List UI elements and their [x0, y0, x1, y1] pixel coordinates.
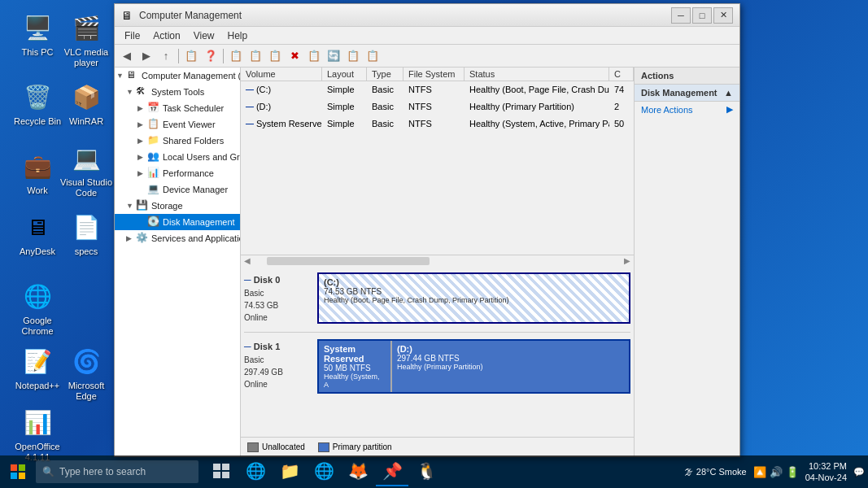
disk-legend: Unallocated Primary partition: [241, 437, 634, 456]
battery-icon[interactable]: 🔋: [786, 466, 799, 478]
table-row[interactable]: ─ (C:) Simple Basic NTFS Healthy (Boot, …: [241, 81, 634, 98]
actions-section-arrow: ▲: [724, 88, 733, 98]
disk1-bar[interactable]: System Reserved 50 MB NTFS Healthy (Syst…: [317, 339, 630, 394]
sidebar-item-device-manager[interactable]: 💻 Device Manager: [115, 181, 240, 198]
taskbar-clock[interactable]: 10:32 PM 04-Nov-24: [805, 460, 847, 484]
desktop-icon-winrar[interactable]: 📦 WinRAR: [57, 77, 116, 130]
hscroll-thumb[interactable]: [267, 257, 430, 265]
task-scheduler-label: Task Scheduler: [163, 103, 224, 113]
minimize-button[interactable]: ─: [671, 7, 691, 24]
system-tools-icon: 🛠: [136, 85, 149, 98]
desktop-icon-notepad[interactable]: 📝 Notepad++: [8, 342, 67, 394]
toolbar-view2[interactable]: 📋: [246, 47, 264, 65]
notepad-icon: 📝: [21, 345, 54, 377]
taskbar-app-task-view[interactable]: [205, 457, 238, 486]
toolbar-export[interactable]: 📋: [344, 47, 362, 65]
toolbar-options[interactable]: 📋: [364, 47, 382, 65]
storage-expand-icon: ▼: [126, 202, 136, 210]
svg-rect-0: [11, 464, 17, 471]
toolbar-show-hide[interactable]: 📋: [182, 47, 200, 65]
toolbar-up[interactable]: ↑: [157, 47, 175, 65]
menu-help[interactable]: Help: [221, 28, 255, 43]
disk0-entry: ─ Disk 0 Basic 74.53 GB Online (C:) 74.5…: [244, 272, 630, 324]
search-placeholder: Type here to search: [59, 466, 146, 477]
table-area: Volume Layout Type File System Status C …: [241, 68, 634, 456]
taskbar-app-files[interactable]: 📁: [273, 457, 306, 486]
desktop: 🖥️ This PC 🎬 VLC media player 🗑️ Recycle…: [0, 0, 868, 455]
col-type[interactable]: Type: [367, 68, 403, 81]
notification-icon[interactable]: 💬: [853, 467, 865, 477]
performance-icon: 📊: [147, 167, 160, 180]
task-scheduler-icon: 📅: [147, 102, 160, 115]
sidebar-item-event-viewer[interactable]: ▶ 📋 Event Viewer: [115, 116, 240, 133]
col-filesystem[interactable]: File System: [403, 68, 465, 81]
disk1-info: ─ Disk 1 Basic 297.49 GB Online: [244, 339, 317, 394]
toolbar-forward[interactable]: ▶: [137, 47, 155, 65]
toolbar: ◀ ▶ ↑ 📋 ❓ 📋 📋 📋 ✖ 📋 🔄 📋 📋: [115, 45, 739, 68]
toolbar-separator-1: [178, 49, 179, 63]
menu-file[interactable]: File: [118, 28, 146, 43]
disk0-bar[interactable]: (C:) 74.53 GB NTFS Healthy (Boot, Page F…: [317, 272, 630, 324]
disk0-partition-c[interactable]: (C:) 74.53 GB NTFS Healthy (Boot, Page F…: [319, 274, 629, 322]
disk1-partition-d[interactable]: (D:) 297.44 GB NTFS Healthy (Primary Par…: [392, 341, 629, 392]
toolbar-refresh[interactable]: 🔄: [325, 47, 342, 65]
col-capacity[interactable]: C: [609, 68, 634, 81]
taskbar-app-terminal[interactable]: 🐧: [410, 457, 443, 486]
desktop-icon-specs[interactable]: 📄 specs: [57, 207, 116, 260]
disk1-sr-name: System Reserved: [324, 344, 386, 364]
disk0-info: ─ Disk 0 Basic 74.53 GB Online: [244, 272, 317, 324]
taskbar-app-edge[interactable]: 🌐: [239, 457, 272, 486]
more-actions-label: More Actions: [641, 105, 693, 115]
table-row[interactable]: ─ System Reserved Simple Basic NTFS Heal…: [241, 115, 634, 133]
sidebar-item-local-users[interactable]: ▶ 👥 Local Users and Groups: [115, 149, 240, 165]
taskbar-search-box[interactable]: 🔍 Type here to search: [36, 460, 198, 483]
cell-status-d: Healthy (Primary Partition): [465, 100, 609, 113]
actions-panel: Actions Disk Management ▲ More Actions ▶: [634, 68, 739, 456]
disk1-partition-sr[interactable]: System Reserved 50 MB NTFS Healthy (Syst…: [319, 341, 392, 392]
horizontal-scrollbar[interactable]: ◀ ▶: [241, 255, 634, 266]
start-button[interactable]: [3, 457, 33, 486]
root-label: Computer Management (Local: [142, 71, 241, 81]
taskbar-weather[interactable]: 🌫 28°C Smoke: [684, 467, 747, 477]
toolbar-delete[interactable]: ✖: [286, 47, 303, 65]
openoffice-icon: 📊: [21, 406, 54, 438]
col-status[interactable]: Status: [465, 68, 609, 81]
sidebar-item-shared-folders[interactable]: ▶ 📁 Shared Folders: [115, 133, 240, 149]
menu-view[interactable]: View: [187, 28, 221, 43]
sidebar-item-disk-management[interactable]: 💽 Disk Management: [115, 214, 240, 230]
local-users-label: Local Users and Groups: [163, 152, 241, 162]
specs-icon: 📄: [70, 211, 103, 243]
col-layout[interactable]: Layout: [322, 68, 367, 81]
sidebar-item-task-scheduler[interactable]: ▶ 📅 Task Scheduler: [115, 100, 240, 116]
taskbar-app-pinned[interactable]: 📌: [376, 457, 408, 486]
toolbar-view1[interactable]: 📋: [227, 47, 245, 65]
menu-action[interactable]: Action: [146, 28, 186, 43]
desktop-icon-vscode[interactable]: 💻 Visual Studio Code: [57, 138, 116, 202]
sidebar-item-storage[interactable]: ▼ 💾 Storage: [115, 198, 240, 214]
sidebar-root[interactable]: ▼ 🖥 Computer Management (Local: [115, 68, 240, 84]
sidebar-item-performance[interactable]: ▶ 📊 Performance: [115, 165, 240, 181]
desktop-icon-chrome[interactable]: 🌐 Google Chrome: [8, 277, 67, 340]
vlc-label: VLC media player: [60, 47, 112, 68]
action-more-actions[interactable]: More Actions ▶: [635, 102, 739, 117]
taskbar-right: 🌫 28°C Smoke 🔼 🔊 🔋 10:32 PM 04-Nov-24 💬: [684, 460, 865, 484]
toolbar-back[interactable]: ◀: [118, 47, 136, 65]
volume-icon[interactable]: 🔊: [770, 466, 783, 478]
cell-volume-c: ─ (C:): [241, 81, 322, 98]
taskbar-app-chrome[interactable]: 🌐: [308, 457, 340, 486]
unallocated-label: Unallocated: [262, 442, 305, 451]
desktop-icon-vlc[interactable]: 🎬 VLC media player: [57, 8, 116, 72]
col-volume[interactable]: Volume: [241, 68, 322, 81]
disk1-sr-size: 50 MB NTFS: [324, 364, 386, 373]
table-row[interactable]: ─ (D:) Simple Basic NTFS Healthy (Primar…: [241, 98, 634, 115]
toolbar-props[interactable]: 📋: [305, 47, 323, 65]
sidebar-item-system-tools[interactable]: ▼ 🛠 System Tools: [115, 84, 240, 100]
taskbar-app-firefox[interactable]: 🦊: [342, 457, 374, 486]
network-icon[interactable]: 🔼: [753, 466, 766, 478]
sidebar-item-services[interactable]: ▶ ⚙️ Services and Applications: [115, 230, 240, 246]
toolbar-help[interactable]: ❓: [202, 47, 220, 65]
close-button[interactable]: ✕: [713, 7, 733, 24]
maximize-button[interactable]: □: [692, 7, 712, 24]
toolbar-view3[interactable]: 📋: [266, 47, 284, 65]
computer-management-window: 🖥 Computer Management ─ □ ✕ File Action …: [114, 3, 740, 457]
